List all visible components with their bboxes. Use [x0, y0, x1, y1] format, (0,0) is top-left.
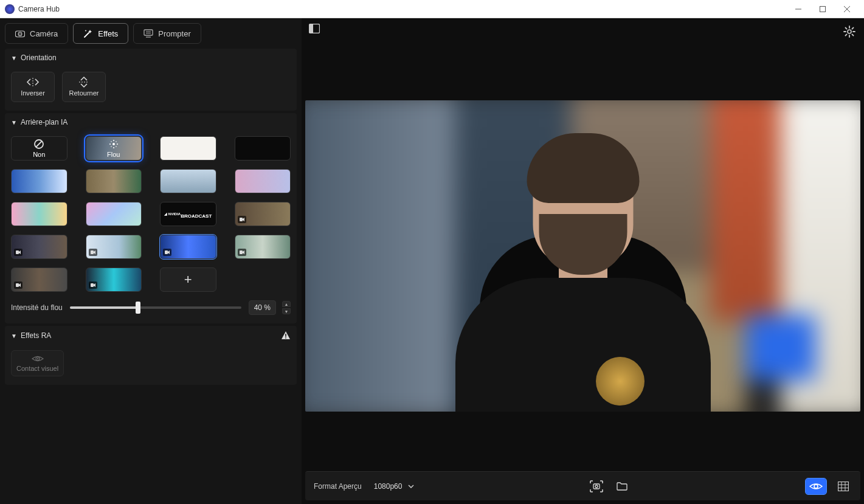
- flip-horizontal-icon: [26, 77, 40, 87]
- preview-mode-eye[interactable]: [806, 478, 826, 494]
- effects-icon: [83, 29, 93, 38]
- bg-option-colorful2[interactable]: [86, 202, 142, 226]
- svg-point-30: [595, 485, 598, 488]
- bg-option-black[interactable]: [235, 136, 291, 161]
- svg-point-10: [117, 143, 118, 145]
- video-badge-icon: [14, 249, 22, 256]
- bg-option-none[interactable]: Non: [11, 136, 67, 161]
- svg-rect-23: [285, 337, 286, 339]
- stepper-up[interactable]: ▲: [282, 301, 291, 307]
- section-ar-effects-header[interactable]: ▼ Effets RA: [5, 326, 297, 345]
- eye-contact-label: Contact visuel: [16, 365, 58, 372]
- section-ai-background-title: Arrière-plan IA: [21, 118, 67, 126]
- svg-rect-17: [91, 250, 94, 254]
- bg-option-blur-label: Flou: [107, 151, 120, 158]
- settings-button[interactable]: [843, 26, 855, 38]
- svg-rect-20: [16, 283, 19, 287]
- bg-option-colorful1[interactable]: [11, 202, 67, 226]
- bg-option-room1[interactable]: [160, 169, 216, 193]
- bg-option-studio1[interactable]: [160, 235, 216, 259]
- svg-rect-27: [309, 24, 313, 33]
- camera-preview: [305, 100, 860, 412]
- bg-option-window1[interactable]: [11, 268, 67, 292]
- bg-option-plants1[interactable]: [235, 235, 291, 259]
- bg-option-room2[interactable]: [235, 202, 291, 226]
- video-badge-icon: [14, 281, 22, 289]
- bg-option-office1[interactable]: [11, 169, 67, 193]
- svg-rect-0: [820, 6, 826, 12]
- prompter-icon: [143, 29, 153, 38]
- chevron-down-icon: ▼: [11, 55, 17, 61]
- snapshot-button[interactable]: [588, 478, 605, 495]
- panel-toggle-button[interactable]: [309, 24, 320, 35]
- svg-point-13: [111, 146, 112, 147]
- svg-point-31: [814, 485, 818, 488]
- bg-option-nvidia[interactable]: ◢ NVIDIANVIDIA BROADCASTBROADCAST: [160, 202, 216, 226]
- blur-slider[interactable]: [70, 306, 241, 309]
- video-badge-icon: [238, 249, 246, 256]
- format-value: 1080p60: [374, 482, 403, 491]
- tab-effects-label: Effets: [98, 29, 118, 38]
- video-badge-icon: [89, 249, 97, 256]
- blur-intensity-row: Intensité du flou 40 % ▲ ▼: [11, 300, 291, 315]
- tab-camera[interactable]: Caméra: [5, 23, 68, 44]
- window-close-button[interactable]: [835, 1, 859, 18]
- bg-option-living1[interactable]: [86, 169, 142, 193]
- window-minimize-button[interactable]: [786, 1, 810, 18]
- section-ai-background: ▼ Arrière-plan IA Non: [5, 113, 297, 323]
- warning-icon: [281, 331, 291, 340]
- video-badge-icon: [163, 249, 171, 256]
- svg-rect-15: [240, 218, 243, 221]
- tab-prompter[interactable]: Prompter: [133, 23, 201, 44]
- flip-label: Retourner: [69, 89, 99, 97]
- bg-option-night1[interactable]: [11, 235, 67, 259]
- chevron-down-icon: ▼: [11, 119, 17, 126]
- window-maximize-button[interactable]: [810, 1, 835, 18]
- tab-camera-label: Caméra: [30, 29, 58, 38]
- preview-mode-grid[interactable]: [835, 478, 852, 495]
- section-orientation-header[interactable]: ▼ Orientation: [5, 49, 297, 67]
- slider-handle[interactable]: [136, 302, 140, 314]
- flip-vertical-icon: [79, 77, 89, 87]
- folder-button[interactable]: [613, 478, 631, 495]
- bg-option-anime1[interactable]: [235, 169, 291, 193]
- section-ar-effects-title: Effets RA: [21, 331, 51, 340]
- main-tabs: Caméra Effets Prompter: [5, 23, 297, 44]
- blur-stepper: ▲ ▼: [282, 301, 291, 314]
- tab-prompter-label: Prompter: [158, 29, 190, 38]
- sidebar: Caméra Effets Prompter ▼ Orientation: [0, 18, 302, 504]
- bg-option-bright1[interactable]: [86, 235, 142, 259]
- svg-point-28: [848, 30, 851, 33]
- bg-option-blur[interactable]: Flou: [86, 136, 142, 161]
- eye-icon: [32, 354, 44, 363]
- svg-point-14: [116, 146, 117, 147]
- format-select[interactable]: 1080p60: [370, 480, 418, 493]
- svg-rect-16: [16, 250, 19, 254]
- section-orientation-title: Orientation: [21, 54, 57, 62]
- plus-icon: +: [184, 272, 192, 288]
- none-icon: [33, 139, 44, 150]
- svg-point-6: [112, 143, 115, 145]
- svg-point-25: [36, 358, 38, 359]
- svg-rect-21: [91, 283, 94, 287]
- flip-button[interactable]: Retourner: [62, 72, 106, 102]
- section-ai-background-header[interactable]: ▼ Arrière-plan IA: [5, 113, 297, 131]
- eye-contact-button[interactable]: Contact visuel: [11, 350, 64, 376]
- svg-rect-19: [240, 250, 243, 254]
- stepper-down[interactable]: ▼: [282, 308, 291, 314]
- bg-option-white[interactable]: [160, 136, 216, 161]
- svg-point-3: [19, 33, 21, 35]
- tab-effects[interactable]: Effets: [73, 23, 128, 44]
- bg-option-none-label: Non: [33, 151, 45, 158]
- video-badge-icon: [89, 281, 97, 289]
- bg-option-add[interactable]: +: [160, 268, 216, 292]
- titlebar: Camera Hub: [0, 0, 864, 18]
- bottom-bar: Format Aperçu 1080p60: [305, 471, 860, 500]
- svg-point-8: [113, 147, 114, 148]
- svg-point-12: [116, 141, 117, 142]
- blur-value[interactable]: 40 %: [249, 300, 276, 315]
- invert-button[interactable]: Inverser: [11, 72, 55, 102]
- format-label: Format Aperçu: [314, 482, 362, 491]
- bg-option-neon1[interactable]: [86, 268, 142, 292]
- svg-rect-29: [593, 484, 600, 489]
